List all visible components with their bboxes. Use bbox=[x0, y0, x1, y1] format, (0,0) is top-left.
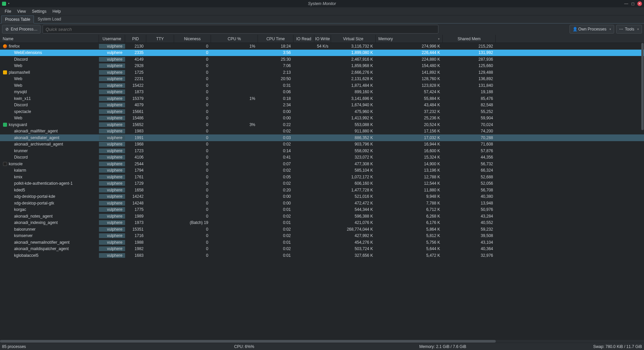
col-io-write[interactable]: IO Write bbox=[314, 35, 331, 43]
vertical-scrollbar[interactable] bbox=[641, 43, 644, 130]
horizontal-scrollbar-track[interactable] bbox=[0, 340, 644, 343]
table-row[interactable]: akonadi_archivemail_agentvulphere196800:… bbox=[0, 141, 644, 148]
col-tty[interactable]: TTY bbox=[146, 35, 174, 43]
table-row[interactable]: mysqldvulphere187300:06899,160 K57,424 K… bbox=[0, 89, 644, 96]
cell-shmem: 66,324 bbox=[443, 168, 496, 173]
table-row[interactable]: kded5vulphere165800:201,477,728 K11,880 … bbox=[0, 187, 644, 193]
minimize-button[interactable]: — bbox=[624, 1, 629, 6]
table-row[interactable]: akonadi_notes_agentvulphere198900:02596,… bbox=[0, 213, 644, 220]
status-process-count: 85 processes bbox=[2, 344, 113, 349]
cell-vsize: 3,141,696 K bbox=[331, 96, 376, 101]
table-row[interactable]: kglobalaccel5vulphere168300:01327,656 K5… bbox=[0, 252, 644, 259]
col-shared-mem[interactable]: Shared Mem bbox=[443, 35, 496, 43]
cell-vsize: 268,774,044 K bbox=[331, 227, 376, 232]
process-icon bbox=[3, 123, 7, 127]
menu-file[interactable]: File bbox=[2, 8, 14, 14]
maximize-button[interactable]: ◻ bbox=[631, 1, 635, 6]
col-pid[interactable]: PID bbox=[125, 35, 146, 43]
col-username[interactable]: Username bbox=[99, 35, 125, 43]
table-row[interactable]: ksmservervulphere171600:02427,992 K5,812… bbox=[0, 233, 644, 239]
table-row[interactable]: xdg-desktop-portal-kdevulphere1424200:00… bbox=[0, 193, 644, 200]
table-row[interactable]: kalarmvulphere179400:02585,104 K13,196 K… bbox=[0, 167, 644, 174]
menu-view[interactable]: View bbox=[14, 8, 29, 14]
cell-time: 0:01 bbox=[258, 240, 293, 245]
table-row[interactable]: akonadi_sendlater_agentvulphere199100:03… bbox=[0, 134, 644, 141]
cell-user: vulphere bbox=[99, 63, 125, 68]
cell-mem: 57,424 K bbox=[376, 90, 443, 94]
cell-pid: 15652 bbox=[125, 122, 146, 127]
table-row[interactable]: Webvulphere1542200:311,871,484 K123,828 … bbox=[0, 82, 644, 89]
cell-name: akonadi_indexing_agent bbox=[0, 220, 99, 225]
cell-mem: 17,032 K bbox=[376, 135, 443, 140]
cell-vsize: 475,960 K bbox=[331, 109, 376, 114]
col-virtual-size[interactable]: Virtual Size bbox=[331, 35, 376, 43]
table-row[interactable]: Discordvulphere4149025:302,467,916 K224,… bbox=[0, 56, 644, 63]
col-niceness[interactable]: Niceness bbox=[174, 35, 211, 43]
cell-nice: 0 bbox=[174, 162, 211, 166]
process-filter-dropdown[interactable]: 👤 Own Processes ▾ bbox=[570, 25, 614, 34]
cell-cpu: 3% bbox=[211, 122, 258, 127]
cell-nice: 0 bbox=[174, 233, 211, 238]
table-row[interactable]: krunnervulphere172300:14558,092 K16,600 … bbox=[0, 148, 644, 154]
table-row[interactable]: polkit-kde-authentication-agent-1vulpher… bbox=[0, 180, 644, 187]
cell-time: 0:41 bbox=[258, 155, 293, 160]
table-row[interactable]: korgacvulphere177500:01544,344 K6,712 K5… bbox=[0, 207, 644, 213]
cell-pid: 1725 bbox=[125, 70, 146, 75]
cell-user: vulphere bbox=[99, 50, 125, 55]
col-name[interactable]: Name bbox=[0, 35, 99, 43]
cell-user: vulphere bbox=[99, 194, 125, 199]
table-row[interactable]: kwin_x11vulphere1537901%0:183,141,696 K5… bbox=[0, 95, 644, 102]
cell-nice: 0 bbox=[174, 76, 211, 81]
table-row[interactable]: baloorunnervulphere1535100:02268,774,044… bbox=[0, 226, 644, 233]
cell-vsize: 899,160 K bbox=[331, 90, 376, 94]
table-row[interactable]: Webvulphere292807:061,859,968 K154,480 K… bbox=[0, 63, 644, 69]
cell-shmem: 57,876 bbox=[443, 149, 496, 153]
cell-nice: 0 bbox=[174, 175, 211, 179]
menu-help[interactable]: Help bbox=[50, 8, 64, 14]
table-header: Name Username PID TTY Niceness CPU % CPU… bbox=[0, 35, 644, 43]
table-body[interactable]: firefoxvulphere213001%18:2454 K/s3,116,7… bbox=[0, 43, 644, 340]
table-row[interactable]: ksysguardvulphere1565203%0:22553,088 K20… bbox=[0, 121, 644, 128]
col-memory[interactable]: Memory▾ bbox=[376, 35, 443, 43]
close-button[interactable]: ✕ bbox=[637, 1, 642, 6]
cell-pid: 1873 bbox=[125, 90, 146, 94]
table-row[interactable]: spectaclevulphere1566100:00475,960 K37,2… bbox=[0, 108, 644, 115]
cell-vsize: 454,276 K bbox=[331, 240, 376, 245]
cell-vsize: 1,674,940 K bbox=[331, 103, 376, 107]
menu-settings[interactable]: Settings bbox=[29, 8, 49, 14]
table-row[interactable]: akonadi_indexing_agentvulphere1973(Batch… bbox=[0, 220, 644, 226]
cell-time: 20:50 bbox=[258, 76, 293, 81]
cell-pid: 14242 bbox=[125, 194, 146, 199]
cell-vsize: 327,656 K bbox=[331, 253, 376, 258]
search-input[interactable] bbox=[43, 25, 438, 34]
table-row[interactable]: xdg-desktop-portal-gtkvulphere1424800:00… bbox=[0, 200, 644, 207]
table-row[interactable]: firefoxvulphere213001%18:2454 K/s3,116,7… bbox=[0, 43, 644, 50]
table-row[interactable]: konsolevulphere254400:07477,308 K14,900 … bbox=[0, 161, 644, 167]
col-io-read[interactable]: IO Read bbox=[293, 35, 314, 43]
table-row[interactable]: akonadi_newmailnotifier_agentvulphere198… bbox=[0, 239, 644, 246]
horizontal-scrollbar-thumb[interactable] bbox=[0, 340, 496, 343]
table-row[interactable]: kmixvulphere176100:051,072,172 K12,788 K… bbox=[0, 174, 644, 180]
cell-mem: 224,880 K bbox=[376, 57, 443, 62]
table-row[interactable]: Discordvulphere410600:41323,072 K15,324 … bbox=[0, 154, 644, 161]
tab-process-table[interactable]: Process Table bbox=[1, 15, 34, 23]
table-row[interactable]: akonadi_mailfilter_agentvulphere198300:0… bbox=[0, 128, 644, 135]
cell-user: vulphere bbox=[99, 90, 125, 94]
end-process-button[interactable]: ⊘ End Process… bbox=[2, 25, 41, 34]
tools-dropdown[interactable]: ⋯ Tools ▾ bbox=[616, 25, 642, 34]
table-row[interactable]: plasmashellvulphere172502:132,666,276 K1… bbox=[0, 69, 644, 76]
table-row[interactable]: Webvulphere1548600:001,413,992 K25,236 K… bbox=[0, 115, 644, 122]
table-row[interactable]: Discordvulphere407902:341,674,940 K43,48… bbox=[0, 102, 644, 109]
table-row[interactable]: akonadi_maildispatcher_agentvulphere1982… bbox=[0, 246, 644, 252]
app-icon bbox=[2, 2, 6, 6]
table-row[interactable]: WebExtensionsvulphere233503:561,899,080 … bbox=[0, 50, 644, 56]
col-cpu-time[interactable]: CPU Time bbox=[258, 35, 293, 43]
cell-user: vulphere bbox=[99, 76, 125, 81]
cell-nice: 0 bbox=[174, 129, 211, 133]
col-cpu-percent[interactable]: CPU % bbox=[211, 35, 258, 43]
cell-vsize: 2,666,276 K bbox=[331, 70, 376, 75]
cell-name: ksmserver bbox=[0, 233, 99, 238]
cell-shmem: 82,548 bbox=[443, 103, 496, 107]
tab-system-load[interactable]: System Load bbox=[34, 15, 65, 23]
table-row[interactable]: Webvulphere2231020:502,131,628 K128,760 … bbox=[0, 76, 644, 82]
